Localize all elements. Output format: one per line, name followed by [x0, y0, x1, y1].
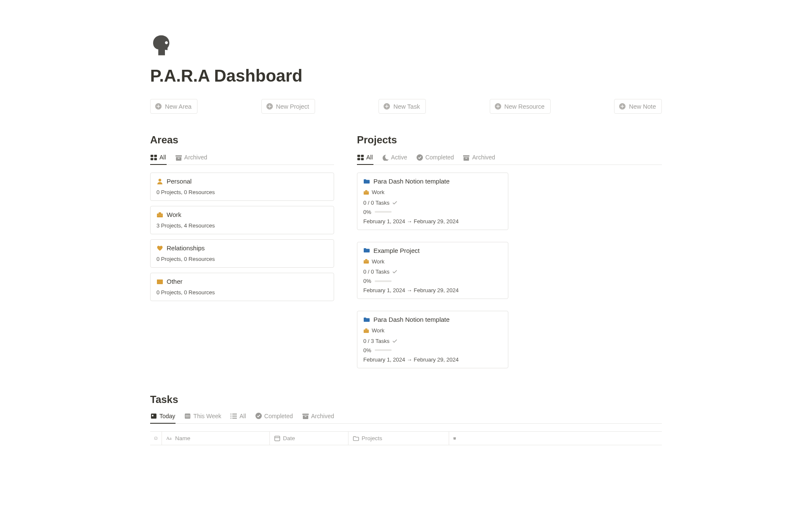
project-progress: 0% — [363, 278, 502, 284]
project-area: Work — [363, 327, 384, 334]
list-icon — [230, 413, 237, 419]
plus-icon — [619, 103, 626, 110]
check-circle-icon — [255, 413, 262, 419]
gallery-icon — [151, 154, 157, 161]
area-meta: 3 Projects, 4 Resources — [156, 222, 328, 229]
text-icon — [166, 435, 173, 441]
project-area: Work — [363, 189, 384, 195]
areas-section: Areas All Archived Personal 0 Projects, … — [150, 134, 334, 306]
calendar-today-icon — [151, 413, 157, 419]
area-name: Work — [167, 211, 181, 218]
projects-heading: Projects — [357, 134, 662, 146]
project-card[interactable]: Para Dash Notion template Work 0 / 0 Tas… — [357, 173, 508, 230]
area-name: Relationships — [167, 244, 205, 252]
area-meta: 0 Projects, 0 Resources — [156, 189, 328, 195]
project-dates: February 1, 2024 → February 29, 2024 — [363, 287, 502, 293]
tasks-tab-this-week[interactable]: This Week — [184, 411, 222, 424]
archive-icon — [453, 435, 456, 441]
progress-bar — [375, 349, 392, 351]
new-area-label: New Area — [165, 103, 192, 110]
heart-icon — [156, 245, 163, 252]
project-progress: 0% — [363, 209, 502, 215]
project-name: Example Project — [373, 247, 420, 254]
plus-icon — [383, 103, 390, 110]
briefcase-icon — [363, 328, 369, 334]
calendar-icon — [274, 435, 280, 441]
project-card[interactable]: Example Project Work 0 / 0 Tasks 0% Fe — [357, 242, 508, 299]
projects-tabs: All Active Completed Archived — [357, 152, 662, 165]
col-archive[interactable] — [449, 432, 460, 445]
action-buttons-row: New Area New Project New Task New Resour… — [150, 99, 662, 114]
projects-tab-active[interactable]: Active — [382, 152, 408, 165]
areas-heading: Areas — [150, 134, 334, 146]
projects-tab-all[interactable]: All — [357, 152, 373, 165]
project-dates: February 1, 2024 → February 29, 2024 — [363, 356, 502, 363]
new-note-button[interactable]: New Note — [614, 99, 662, 114]
new-resource-button[interactable]: New Resource — [490, 99, 551, 114]
area-card-relationships[interactable]: Relationships 0 Projects, 0 Resources — [150, 239, 334, 268]
area-meta: 0 Projects, 0 Resources — [156, 289, 328, 296]
folder-outline-icon — [353, 435, 359, 441]
col-date[interactable]: Date — [270, 432, 348, 445]
plus-icon — [155, 103, 162, 110]
project-area: Work — [363, 258, 384, 265]
new-area-button[interactable]: New Area — [150, 99, 198, 114]
col-name[interactable]: Name — [162, 432, 270, 445]
check-icon — [392, 338, 398, 344]
archive-icon — [176, 154, 182, 161]
area-card-personal[interactable]: Personal 0 Projects, 0 Resources — [150, 173, 334, 201]
moon-icon — [382, 154, 389, 161]
tasks-section: Tasks Today This Week All Completed Arch… — [150, 394, 662, 445]
page-title: P.A.R.A Dashboard — [150, 66, 662, 85]
area-card-work[interactable]: Work 3 Projects, 4 Resources — [150, 206, 334, 234]
area-name: Personal — [167, 178, 192, 185]
col-projects[interactable]: Projects — [348, 432, 449, 445]
progress-bar — [375, 211, 392, 213]
briefcase-icon — [363, 258, 369, 264]
project-card[interactable]: Para Dash Notion template Work 0 / 3 Tas… — [357, 311, 508, 368]
page-container: P.A.R.A Dashboard New Area New Project N… — [150, 0, 662, 462]
projects-section: Projects All Active Completed Archived — [357, 134, 662, 374]
checkbox-icon — [154, 435, 157, 441]
project-tasks-count: 0 / 0 Tasks — [363, 200, 502, 206]
project-name: Para Dash Notion template — [373, 316, 450, 323]
check-icon — [392, 269, 398, 274]
page-icon — [150, 34, 662, 59]
check-circle-icon — [417, 154, 423, 161]
tasks-tab-archived[interactable]: Archived — [302, 411, 335, 424]
tasks-tab-all[interactable]: All — [230, 411, 247, 424]
calendar-grid-icon — [184, 413, 191, 419]
projects-tab-archived[interactable]: Archived — [463, 152, 495, 165]
plus-icon — [494, 103, 502, 110]
archive-icon — [463, 154, 469, 161]
archive-icon — [302, 413, 309, 419]
area-name: Other — [167, 278, 183, 285]
project-name: Para Dash Notion template — [373, 178, 450, 185]
project-tasks-count: 0 / 0 Tasks — [363, 269, 502, 275]
tasks-tab-today[interactable]: Today — [150, 411, 176, 424]
areas-tabs: All Archived — [150, 152, 334, 165]
new-task-button[interactable]: New Task — [379, 99, 426, 114]
tasks-tab-completed[interactable]: Completed — [255, 411, 294, 424]
new-project-button[interactable]: New Project — [261, 99, 315, 114]
project-tasks-count: 0 / 3 Tasks — [363, 338, 502, 344]
new-resource-label: New Resource — [505, 103, 545, 110]
progress-bar — [375, 280, 392, 282]
folder-icon — [363, 178, 370, 185]
areas-tab-archived[interactable]: Archived — [175, 152, 208, 165]
tasks-table-header: Name Date Projects — [150, 431, 662, 445]
area-card-other[interactable]: Other 0 Projects, 0 Resources — [150, 273, 334, 301]
new-note-label: New Note — [629, 103, 656, 110]
folder-icon — [363, 247, 370, 254]
briefcase-icon — [156, 211, 163, 218]
gallery-icon — [357, 154, 364, 161]
projects-tab-completed[interactable]: Completed — [416, 152, 455, 165]
tasks-heading: Tasks — [150, 394, 662, 406]
archive-box-icon — [156, 278, 163, 285]
project-dates: February 1, 2024 → February 29, 2024 — [363, 218, 502, 225]
col-checkbox[interactable] — [150, 432, 162, 445]
areas-tab-all[interactable]: All — [150, 152, 167, 165]
briefcase-icon — [363, 189, 369, 195]
plus-icon — [266, 103, 273, 110]
person-icon — [156, 178, 163, 185]
